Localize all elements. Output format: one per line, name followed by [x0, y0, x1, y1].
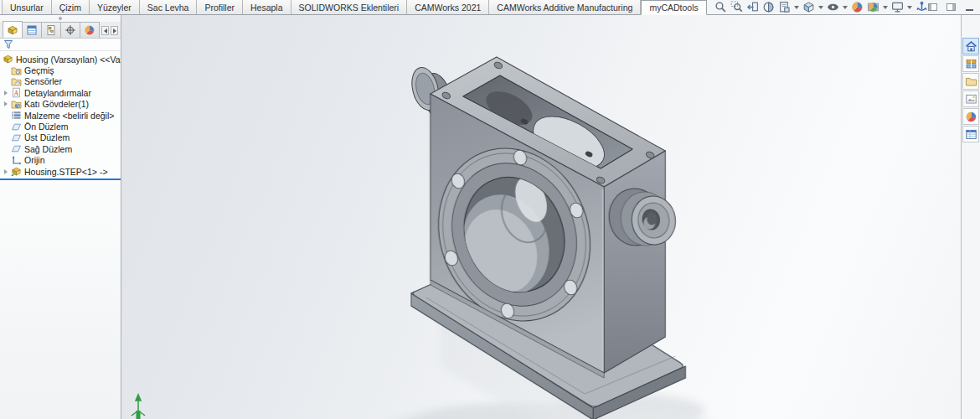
- feature-tree: Housing (Varsayılan) <<Varsayılan>_G Geç…: [0, 51, 121, 177]
- dropdown-caret-icon[interactable]: [907, 6, 912, 9]
- tree-item-label: Housing.STEP<1> ->: [24, 167, 108, 177]
- edit-appearance-icon[interactable]: [851, 1, 864, 13]
- solidworks-resources-button[interactable]: [962, 38, 979, 54]
- tree-item-label: Orijin: [24, 155, 45, 165]
- tab-yuzeyler[interactable]: Yüzeyler: [90, 0, 140, 14]
- tab-configurationmanager[interactable]: [41, 22, 61, 38]
- featuremanager-panel: Housing (Varsayılan) <<Varsayılan>_G Geç…: [0, 15, 121, 419]
- apply-scene-icon[interactable]: [867, 1, 879, 13]
- tree-item-label: Katı Gövdeler(1): [24, 99, 89, 109]
- tree-item-label: Detaylandırmalar: [24, 88, 91, 98]
- custom-properties-icon: [965, 128, 977, 141]
- panel-tab-scroll: [101, 26, 121, 38]
- expand-arrow-icon[interactable]: [4, 101, 8, 106]
- view-palette-button[interactable]: [962, 91, 979, 107]
- box-right-face: [604, 151, 665, 373]
- tab-unsurlar[interactable]: Unsurlar: [2, 0, 52, 14]
- collapse-pane-left-button[interactable]: [928, 3, 938, 13]
- view-orientation-icon[interactable]: [802, 1, 815, 13]
- tab-mycadtools[interactable]: myCADtools: [641, 0, 706, 15]
- tab-featuremanager-design-tree[interactable]: [3, 21, 23, 38]
- plane-icon: [10, 132, 22, 143]
- part-gold-icon: [2, 54, 13, 65]
- tab-propertymanager[interactable]: [22, 22, 42, 38]
- configurationmanager-icon: [45, 24, 57, 36]
- graphics-viewport[interactable]: [121, 15, 961, 419]
- annotations-icon: A: [10, 87, 22, 98]
- dynamic-annotation-views-icon[interactable]: [778, 1, 791, 13]
- view-settings-icon[interactable]: [891, 1, 904, 13]
- plane-icon: [10, 143, 22, 154]
- tree-item-right-plane[interactable]: Sağ Düzlem: [0, 143, 121, 154]
- tree-item-sensors[interactable]: Sensörler: [0, 76, 121, 87]
- tab-sac-levha[interactable]: Sac Levha: [140, 0, 198, 14]
- tree-item-label: Housing (Varsayılan) <<Varsayılan>_G: [16, 54, 121, 65]
- sensors-folder-icon: [10, 76, 22, 87]
- appearances-scenes-button[interactable]: [962, 108, 979, 125]
- tree-item-root[interactable]: Housing (Varsayılan) <<Varsayılan>_G: [0, 54, 121, 65]
- tree-item-origin[interactable]: Orijin: [0, 155, 121, 166]
- tree-item-label: Geçmiş: [24, 65, 54, 75]
- commandmanager-tabbar: Unsurlar Çizim Yüzeyler Sac Levha Profil…: [0, 0, 980, 15]
- dropdown-caret-icon[interactable]: [843, 6, 848, 9]
- tree-item-label: Sensörler: [24, 76, 62, 86]
- housing-3d-model: [121, 15, 961, 419]
- tree-item-annotations[interactable]: A Detaylandırmalar: [0, 87, 121, 98]
- tab-displaymanager[interactable]: [80, 22, 100, 38]
- dropdown-caret-icon[interactable]: [818, 6, 823, 9]
- tab-camworks-2021[interactable]: CAMWorks 2021: [407, 0, 489, 14]
- tree-item-top-plane[interactable]: Üst Düzlem: [0, 132, 121, 143]
- solid-bodies-folder-icon: [10, 99, 22, 110]
- tab-solidworks-eklentileri[interactable]: SOLIDWORKS Eklentileri: [291, 0, 408, 14]
- custom-properties-button[interactable]: [962, 126, 979, 142]
- plane-icon: [10, 122, 22, 132]
- origin-icon: [10, 155, 22, 166]
- panel-empty-area: [0, 180, 121, 419]
- tab-cizim[interactable]: Çizim: [52, 0, 90, 14]
- window-controls: ×: [928, 0, 980, 14]
- zoom-area-icon[interactable]: [730, 1, 743, 13]
- tree-item-history[interactable]: Geçmiş: [0, 65, 121, 75]
- task-pane-strip: [961, 15, 980, 419]
- tree-item-solid-bodies[interactable]: Katı Gövdeler(1): [0, 99, 121, 110]
- filter-funnel-icon[interactable]: [3, 39, 13, 49]
- part-gold-icon: [7, 24, 18, 36]
- dropdown-caret-icon[interactable]: [794, 6, 799, 9]
- home-icon: [965, 40, 977, 53]
- file-explorer-button[interactable]: [962, 73, 979, 90]
- tab-profiller[interactable]: Profiller: [197, 0, 243, 14]
- zoom-fit-icon[interactable]: [714, 1, 727, 13]
- tree-item-front-plane[interactable]: Ön Düzlem: [0, 121, 121, 132]
- expand-arrow-icon[interactable]: [4, 169, 8, 174]
- displaymanager-icon: [84, 24, 95, 36]
- section-view-icon[interactable]: [762, 1, 775, 13]
- tab-hesapla[interactable]: Hesapla: [243, 0, 291, 14]
- collapse-pane-right-button[interactable]: [946, 3, 957, 13]
- dimxpert-icon: [64, 24, 76, 36]
- hide-show-items-icon[interactable]: [827, 1, 839, 13]
- tree-item-label: Malzeme <belirli değil>: [24, 111, 114, 121]
- svg-text:A: A: [13, 90, 18, 97]
- tree-item-label: Sağ Düzlem: [24, 144, 72, 154]
- solidworks-window: Unsurlar Çizim Yüzeyler Sac Levha Profil…: [0, 0, 980, 419]
- origin-triad: [132, 395, 145, 419]
- tab-dimxpertmanager[interactable]: [60, 22, 80, 38]
- propertymanager-icon: [26, 24, 38, 36]
- tab-camworks-additive[interactable]: CAMWorks Additive Manufacturing: [489, 0, 641, 14]
- scroll-left-button[interactable]: [101, 26, 109, 35]
- tree-item-material[interactable]: Malzeme <belirli değil>: [0, 110, 121, 121]
- expand-arrow-icon[interactable]: [4, 91, 8, 96]
- minimize-button[interactable]: [965, 3, 975, 13]
- previous-view-icon[interactable]: [746, 1, 759, 13]
- tree-item-label: Üst Düzlem: [24, 132, 70, 142]
- history-folder-icon: [10, 65, 22, 76]
- scroll-right-button[interactable]: [111, 26, 118, 35]
- view-palette-icon: [965, 93, 977, 106]
- tree-item-housing-step[interactable]: Housing.STEP<1> ->: [0, 166, 121, 177]
- tree-filter-row: [0, 39, 121, 51]
- folder-icon: [965, 75, 977, 88]
- design-library-button[interactable]: [962, 55, 979, 72]
- 3d-drawing-view-icon[interactable]: [916, 1, 928, 13]
- dropdown-caret-icon[interactable]: [883, 6, 888, 9]
- featuremanager-tab-strip: [0, 22, 121, 39]
